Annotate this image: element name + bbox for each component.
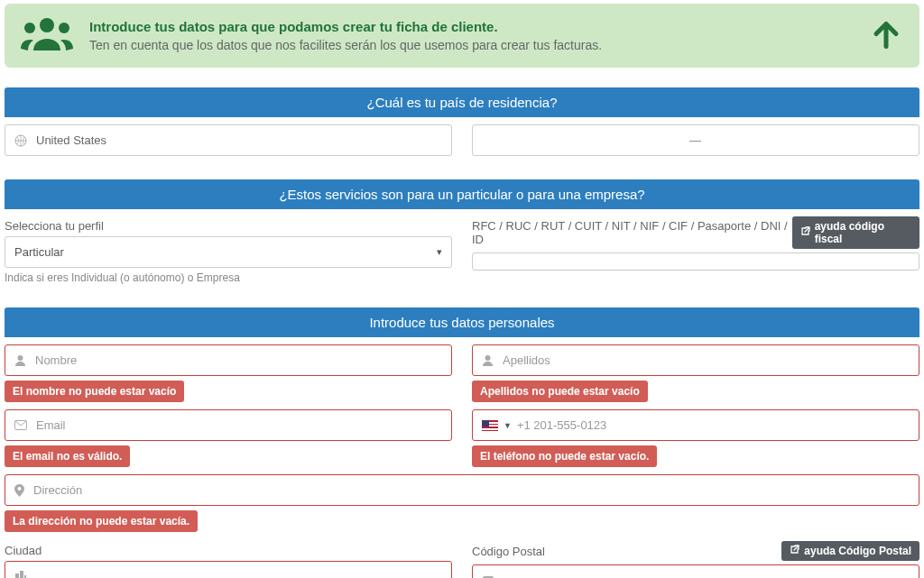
address-error: La dirección no puede estar vacía.: [5, 510, 198, 532]
envelope-icon: [14, 420, 27, 430]
profile-selected: Particular: [14, 245, 64, 259]
section-header-country: ¿Cuál es tu país de residencia?: [5, 87, 919, 117]
country-value: United States: [36, 133, 106, 147]
svg-point-2: [59, 23, 69, 33]
phone-input[interactable]: ▼ +1 201-555-0123: [472, 409, 919, 441]
svg-point-4: [18, 355, 23, 361]
globe-icon: [14, 134, 27, 147]
city-icon: [14, 570, 27, 578]
svg-point-5: [485, 355, 491, 361]
intro-banner: Introduce tus datos para que podamos cre…: [5, 4, 919, 68]
intro-text: Introduce tus datos para que podamos cre…: [89, 19, 602, 52]
pin-icon: [14, 484, 24, 497]
profile-helper: Indica si eres Individual (o autónomo) o…: [5, 271, 452, 284]
city-input[interactable]: [5, 561, 452, 578]
email-error: El email no es válido.: [5, 445, 130, 467]
chevron-down-icon: ▾: [437, 246, 442, 258]
name-error: El nombre no puede estar vacío: [5, 381, 184, 402]
svg-point-0: [40, 18, 54, 32]
surname-placeholder: Apellidos: [503, 353, 550, 367]
phone-error: El teléfono no puede estar vacío.: [472, 445, 657, 467]
intro-subtitle: Ten en cuenta que los datos que nos faci…: [89, 38, 602, 52]
phone-placeholder: +1 201-555-0123: [517, 418, 606, 432]
svg-point-1: [24, 23, 35, 33]
help-tax-button[interactable]: ayuda código fiscal: [792, 216, 919, 249]
intro-title: Introduce tus datos para que podamos cre…: [89, 19, 602, 34]
scroll-up-icon[interactable]: [871, 19, 901, 52]
zip-label: Código Postal: [472, 545, 545, 558]
name-input[interactable]: Nombre: [5, 344, 452, 376]
svg-rect-9: [20, 571, 23, 578]
zip-input[interactable]: [472, 564, 919, 578]
name-placeholder: Nombre: [35, 353, 77, 367]
section-header-profile: ¿Estos servicios son para un particular …: [5, 179, 919, 209]
surname-input[interactable]: Apellidos: [472, 344, 919, 376]
tax-id-input[interactable]: [472, 252, 919, 271]
people-icon: [21, 16, 73, 55]
external-link-icon: [790, 545, 799, 557]
email-placeholder: Email: [36, 418, 66, 432]
email-input[interactable]: Email: [5, 409, 452, 441]
svg-rect-8: [15, 573, 19, 578]
person-icon: [14, 354, 26, 366]
country-select[interactable]: United States: [5, 124, 452, 156]
profile-select[interactable]: Particular ▾: [5, 236, 452, 268]
city-label: Ciudad: [5, 544, 452, 557]
profile-select-label: Selecciona tu perfil: [5, 219, 452, 233]
external-link-icon: [800, 226, 810, 239]
address-placeholder: Dirección: [33, 483, 82, 497]
svg-point-7: [18, 487, 22, 491]
country-flag-select[interactable]: —: [472, 124, 919, 156]
tax-id-label: RFC / RUC / RUT / CUIT / NIT / NIF / CIF…: [472, 219, 792, 246]
address-input[interactable]: Dirección: [5, 474, 919, 506]
surname-error: Apellidos no puede estar vacío: [472, 381, 648, 402]
help-zip-button[interactable]: ayuda Código Postal: [781, 541, 919, 561]
person-icon: [482, 354, 494, 366]
flag-placeholder: —: [482, 133, 910, 147]
flag-us-icon[interactable]: ▼: [482, 420, 512, 431]
section-header-personal: Introduce tus datos personales: [5, 307, 919, 337]
mailbox-icon: [482, 573, 494, 578]
